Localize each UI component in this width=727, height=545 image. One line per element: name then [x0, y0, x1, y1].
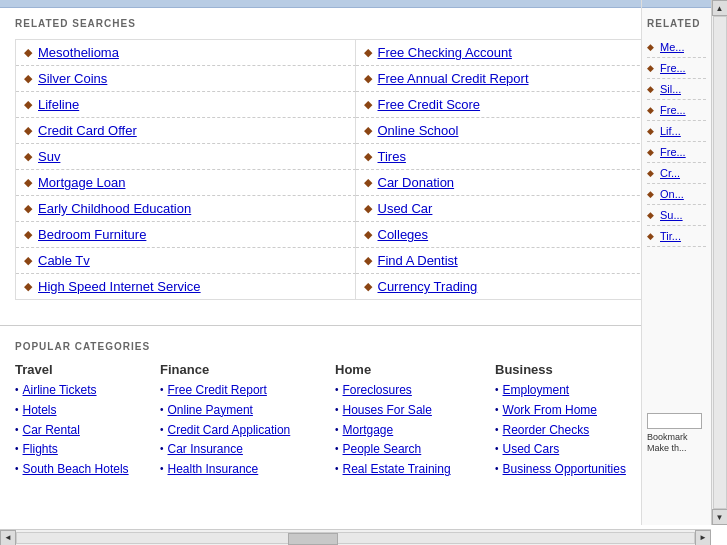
right-panel-link[interactable]: Cr...: [660, 167, 680, 179]
right-panel-link[interactable]: On...: [660, 188, 684, 200]
bullet-icon: •: [335, 463, 339, 474]
cat-link-foreclosures[interactable]: Foreclosures: [343, 382, 412, 399]
bottom-scroll-track[interactable]: [16, 532, 695, 544]
bookmark-input[interactable]: [647, 413, 702, 429]
bullet-icon: •: [160, 404, 164, 415]
right-panel-link[interactable]: Tir...: [660, 230, 681, 242]
bookmark-area: BookmarkMake th...: [642, 407, 711, 460]
arrow-icon: ◆: [24, 254, 32, 267]
arrow-icon: ◆: [364, 254, 372, 267]
list-item: • Used Cars: [495, 441, 645, 458]
category-title-travel: Travel: [15, 362, 150, 377]
arrow-icon: ◆: [364, 46, 372, 59]
cat-link-work-from-home[interactable]: Work From Home: [503, 402, 597, 419]
search-grid: ◆ Mesothelioma ◆ Free Checking Account ◆…: [15, 39, 696, 300]
search-link-suv[interactable]: Suv: [38, 149, 60, 164]
arrow-icon: ◆: [364, 176, 372, 189]
cat-link-employment[interactable]: Employment: [503, 382, 570, 399]
arrow-icon: ◆: [364, 72, 372, 85]
bottom-scrollbar[interactable]: ◄ ►: [0, 529, 711, 545]
list-item: • Business Opportunities: [495, 461, 645, 478]
cat-link-used-cars[interactable]: Used Cars: [503, 441, 560, 458]
right-panel-link[interactable]: Fre...: [660, 146, 686, 158]
list-item: • Online Payment: [160, 402, 325, 419]
scroll-down-button[interactable]: ▼: [712, 509, 728, 525]
arrow-icon: ◆: [364, 202, 372, 215]
search-link-free-annual[interactable]: Free Annual Credit Report: [378, 71, 529, 86]
arrow-icon: ◆: [647, 126, 654, 136]
search-link-online-school[interactable]: Online School: [378, 123, 459, 138]
arrow-icon: ◆: [24, 124, 32, 137]
list-item: ◆ Su...: [647, 205, 706, 226]
right-panel-link[interactable]: Fre...: [660, 104, 686, 116]
right-panel-link[interactable]: Sil...: [660, 83, 681, 95]
arrow-icon: ◆: [24, 202, 32, 215]
search-link-silver-coins[interactable]: Silver Coins: [38, 71, 107, 86]
search-link-free-credit-score[interactable]: Free Credit Score: [378, 97, 481, 112]
arrow-icon: ◆: [364, 280, 372, 293]
cat-link-online-payment[interactable]: Online Payment: [168, 402, 253, 419]
cat-link-mortgage[interactable]: Mortgage: [343, 422, 394, 439]
right-panel-link[interactable]: Lif...: [660, 125, 681, 137]
search-link-tires[interactable]: Tires: [378, 149, 406, 164]
search-link-mesothelioma[interactable]: Mesothelioma: [38, 45, 119, 60]
search-link-high-speed[interactable]: High Speed Internet Service: [38, 279, 201, 294]
bullet-icon: •: [495, 384, 499, 395]
category-col-business: Business • Employment • Work From Home •…: [495, 362, 655, 481]
scroll-track[interactable]: [713, 16, 727, 509]
cat-link-real-estate[interactable]: Real Estate Training: [343, 461, 451, 478]
search-link-credit-card-offer[interactable]: Credit Card Offer: [38, 123, 137, 138]
cat-link-flights[interactable]: Flights: [23, 441, 58, 458]
arrow-icon: ◆: [24, 280, 32, 293]
list-item: ◆ Cr...: [647, 163, 706, 184]
search-link-bedroom-furniture[interactable]: Bedroom Furniture: [38, 227, 146, 242]
right-scrollbar[interactable]: ▲ ▼: [711, 0, 727, 525]
cat-link-people-search[interactable]: People Search: [343, 441, 422, 458]
cat-link-business-opp[interactable]: Business Opportunities: [503, 461, 626, 478]
list-item: • Free Credit Report: [160, 382, 325, 399]
category-title-home: Home: [335, 362, 485, 377]
right-panel-link[interactable]: Su...: [660, 209, 683, 221]
bullet-icon: •: [160, 463, 164, 474]
cat-link-health-insurance[interactable]: Health Insurance: [168, 461, 259, 478]
arrow-icon: ◆: [647, 42, 654, 52]
search-link-cable-tv[interactable]: Cable Tv: [38, 253, 90, 268]
popular-grid: Travel • Airline Tickets • Hotels • Car …: [15, 362, 696, 481]
cat-link-airline-tickets[interactable]: Airline Tickets: [23, 382, 97, 399]
search-link-lifeline[interactable]: Lifeline: [38, 97, 79, 112]
list-item: ◆ High Speed Internet Service: [16, 274, 356, 299]
scroll-right-button[interactable]: ►: [695, 530, 711, 546]
bullet-icon: •: [335, 443, 339, 454]
search-link-currency-trading[interactable]: Currency Trading: [378, 279, 478, 294]
search-link-free-checking[interactable]: Free Checking Account: [378, 45, 512, 60]
search-link-early-childhood[interactable]: Early Childhood Education: [38, 201, 191, 216]
cat-link-houses-for-sale[interactable]: Houses For Sale: [343, 402, 432, 419]
right-panel-link[interactable]: Me...: [660, 41, 684, 53]
cat-link-south-beach[interactable]: South Beach Hotels: [23, 461, 129, 478]
cat-link-hotels[interactable]: Hotels: [23, 402, 57, 419]
bullet-icon: •: [15, 404, 19, 415]
cat-link-car-insurance[interactable]: Car Insurance: [168, 441, 243, 458]
cat-link-reorder-checks[interactable]: Reorder Checks: [503, 422, 590, 439]
search-link-car-donation[interactable]: Car Donation: [378, 175, 455, 190]
cat-link-free-credit-report[interactable]: Free Credit Report: [168, 382, 267, 399]
search-link-find-dentist[interactable]: Find A Dentist: [378, 253, 458, 268]
arrow-icon: ◆: [364, 228, 372, 241]
list-item: • Houses For Sale: [335, 402, 485, 419]
cat-link-credit-card-app[interactable]: Credit Card Application: [168, 422, 291, 439]
right-panel-link[interactable]: Fre...: [660, 62, 686, 74]
bullet-icon: •: [335, 384, 339, 395]
bullet-icon: •: [495, 424, 499, 435]
cat-link-car-rental[interactable]: Car Rental: [23, 422, 80, 439]
list-item: ◆ Tir...: [647, 226, 706, 247]
arrow-icon: ◆: [647, 105, 654, 115]
scroll-up-button[interactable]: ▲: [712, 0, 728, 16]
list-item: • Car Insurance: [160, 441, 325, 458]
scroll-left-button[interactable]: ◄: [0, 530, 16, 546]
search-link-used-car[interactable]: Used Car: [378, 201, 433, 216]
list-item: ◆ Credit Card Offer: [16, 118, 356, 144]
search-link-colleges[interactable]: Colleges: [378, 227, 429, 242]
divider: [0, 325, 711, 326]
search-link-mortgage-loan[interactable]: Mortgage Loan: [38, 175, 125, 190]
category-col-finance: Finance • Free Credit Report • Online Pa…: [160, 362, 335, 481]
